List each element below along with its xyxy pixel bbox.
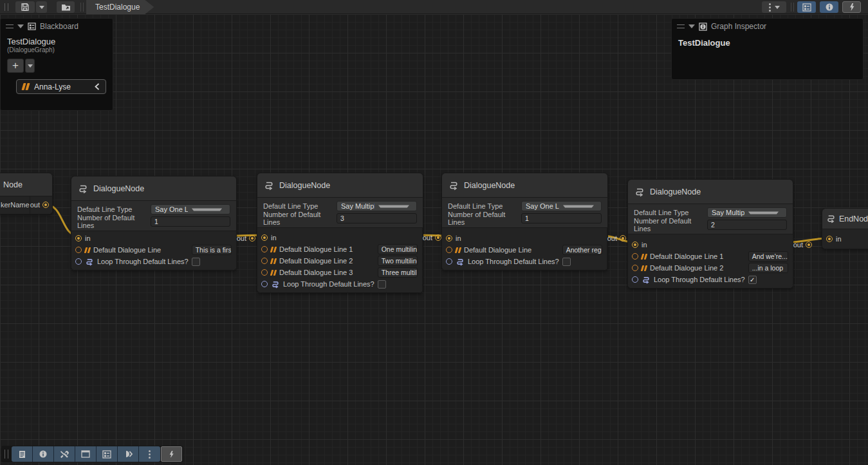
loop-checkbox[interactable]: [192, 258, 200, 266]
dialogue-line-field[interactable]: And we're...: [748, 251, 788, 261]
loop-checkbox[interactable]: [562, 258, 571, 266]
foldout-caret-icon[interactable]: [17, 24, 24, 28]
save-button[interactable]: [15, 1, 35, 13]
out-port[interactable]: [42, 202, 49, 208]
in-port[interactable]: [75, 235, 82, 242]
lightning-button[interactable]: [161, 446, 182, 462]
node-title: DialogueNode: [93, 184, 144, 193]
num-lines-field[interactable]: 2: [707, 220, 787, 230]
dialogue-node-3[interactable]: DialogueNode Default Line Type Say One L…: [441, 173, 608, 270]
open-asset-button[interactable]: [57, 1, 75, 13]
drag-handle-icon[interactable]: [677, 24, 685, 28]
add-variable-dropdown[interactable]: [25, 59, 35, 73]
blackboard-panel: Blackboard TestDialogue (DialogueGraph) …: [0, 18, 113, 111]
in-port-label: in: [456, 234, 461, 242]
quote-icon: [642, 254, 647, 260]
toolbar-drag-handle[interactable]: [5, 3, 8, 11]
blackboard-header[interactable]: Blackboard: [1, 19, 113, 34]
chevron-left-icon[interactable]: [95, 83, 100, 90]
out-port[interactable]: [249, 235, 255, 242]
bottom-toolbar: [1, 446, 183, 462]
dropdown-value: Say Multiple Lines: [341, 202, 374, 210]
line-type-dropdown[interactable]: Say Multiple Lines: [707, 207, 787, 218]
bool-port[interactable]: [446, 258, 452, 265]
dialogue-node-icon: [264, 180, 274, 191]
dialogue-node-4[interactable]: DialogueNode Default Line Type Say Multi…: [627, 179, 793, 289]
transition-button[interactable]: [118, 446, 139, 462]
dialogue-node-icon: [78, 184, 88, 194]
in-port[interactable]: [261, 234, 268, 241]
tab-label: TestDialogue: [95, 3, 140, 12]
dropdown-caret-icon: [775, 6, 780, 9]
loop-checkbox[interactable]: [378, 280, 386, 289]
loop-checkbox[interactable]: ✓: [748, 276, 757, 284]
dialogue-line-field[interactable]: One multiline: [378, 244, 418, 254]
quote-icon: [85, 247, 90, 253]
loop-icon: [271, 280, 280, 289]
node-title: DialogueNode: [650, 187, 701, 196]
file-icon: [18, 450, 26, 459]
num-lines-field[interactable]: 3: [337, 213, 417, 223]
string-port[interactable]: [261, 269, 268, 276]
string-port[interactable]: [632, 253, 638, 260]
dialogue-line-field[interactable]: Two multiline: [378, 256, 418, 266]
dialogue-node-1[interactable]: DialogueNode Default Line Type Say One L…: [71, 176, 237, 270]
out-port[interactable]: [620, 235, 626, 242]
tools-button[interactable]: [54, 446, 75, 462]
in-port[interactable]: [826, 236, 833, 242]
string-port[interactable]: [632, 265, 638, 271]
dropdown-caret-icon: [378, 205, 409, 207]
line-type-dropdown[interactable]: Say One Line: [521, 201, 602, 211]
string-port[interactable]: [261, 246, 268, 252]
more-options-button[interactable]: [139, 446, 160, 462]
foldout-caret-icon[interactable]: [688, 24, 695, 28]
dialogue-node-icon: [448, 180, 459, 191]
dialogue-node-2[interactable]: DialogueNode Default Line Type Say Multi…: [257, 173, 423, 293]
out-port-label: out: [793, 241, 803, 249]
node-title: DialogueNode: [464, 181, 515, 190]
blackboard-panel-button[interactable]: [97, 446, 118, 462]
toolbar-drag-handle[interactable]: [5, 450, 8, 459]
prop-label: Number of Default Lines: [263, 211, 337, 226]
bool-port[interactable]: [261, 281, 268, 287]
info-panel-button[interactable]: [33, 446, 54, 462]
string-port[interactable]: [446, 247, 452, 253]
dialogue-line-field[interactable]: Three multili: [378, 267, 418, 278]
out-port-label: out: [423, 234, 432, 242]
inspector-toggle-button[interactable]: [820, 1, 838, 13]
string-port[interactable]: [75, 247, 82, 253]
bool-port[interactable]: [75, 258, 82, 265]
quote-icon: [456, 247, 461, 253]
out-port[interactable]: [435, 234, 441, 241]
prop-label: Default Line Type: [77, 205, 151, 213]
save-dropdown-button[interactable]: [36, 1, 47, 13]
port-label: Default Dialogue Line 3: [279, 269, 353, 276]
in-port[interactable]: [632, 242, 638, 248]
start-node-partial[interactable]: Node kerName out: [0, 173, 53, 214]
in-port[interactable]: [446, 235, 452, 242]
out-port[interactable]: [806, 242, 812, 248]
blackboard-toggle-button[interactable]: [797, 1, 816, 13]
num-lines-field[interactable]: 1: [521, 213, 602, 223]
lightning-toggle-button[interactable]: [842, 1, 861, 13]
line-type-dropdown[interactable]: Say One Line: [151, 204, 230, 214]
dialogue-line-field[interactable]: Another regu: [562, 245, 602, 255]
bool-port[interactable]: [632, 276, 638, 283]
add-variable-button[interactable]: +: [7, 59, 24, 73]
blackboard-variable-anna-lyse[interactable]: Anna-Lyse: [16, 79, 106, 94]
window-button[interactable]: [75, 446, 97, 462]
line-type-dropdown[interactable]: Say Multiple Lines: [337, 201, 417, 211]
dialogue-line-field[interactable]: ...in a loop: [748, 263, 788, 273]
num-lines-field[interactable]: 1: [151, 216, 230, 227]
in-port-label: in: [85, 234, 91, 242]
drag-handle-icon[interactable]: [6, 24, 14, 28]
end-node[interactable]: EndNode in: [822, 208, 868, 249]
dialogue-line-field[interactable]: This is a first: [192, 245, 232, 255]
inspector-header[interactable]: Graph Inspector: [672, 19, 863, 34]
graph-options-button[interactable]: [762, 1, 786, 13]
string-port[interactable]: [261, 258, 268, 264]
tab-testdialogue[interactable]: TestDialogue: [86, 0, 154, 14]
file-panel-button[interactable]: [12, 446, 33, 462]
quote-icon: [271, 270, 276, 276]
dropdown-value: Say One Line: [155, 205, 188, 213]
